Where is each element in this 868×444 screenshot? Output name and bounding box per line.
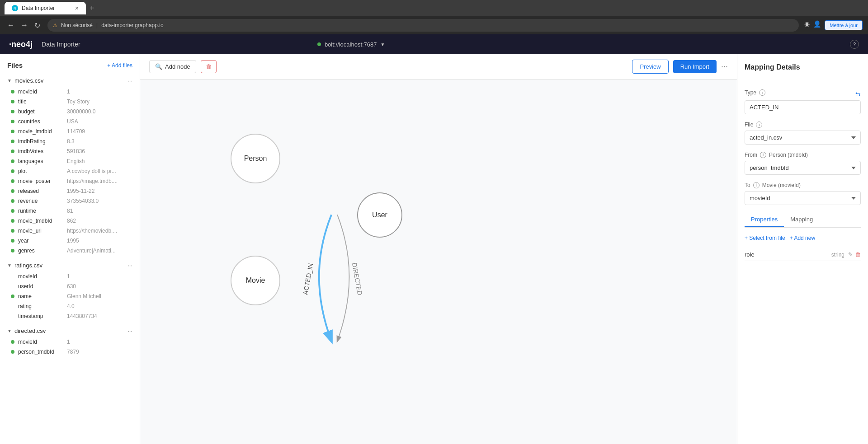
list-item: countries USA (0, 117, 140, 126)
field-value: 8.3 (67, 138, 75, 145)
list-item: timestamp 1443807734 (0, 311, 140, 321)
field-name: runtime (18, 208, 63, 214)
to-select[interactable]: movieId (745, 191, 861, 205)
list-item: movie_url https://themoviedb.... (0, 226, 140, 236)
directed-chevron-icon: ▼ (7, 328, 12, 333)
field-name: name (18, 293, 63, 299)
more-options-button[interactable]: ··· (721, 62, 728, 71)
to-row: To i Movie (movieId) movieId (745, 182, 861, 205)
forward-button[interactable]: → (19, 20, 30, 31)
field-dot (11, 90, 14, 93)
graph-edges-svg: ACTED_IN DIRECTED (140, 79, 737, 444)
directed-items: movieId 1 person_tmdbId 7879 (0, 337, 140, 357)
refresh-button[interactable]: ↻ (33, 20, 42, 31)
add-new-button[interactable]: + Add new (790, 235, 815, 241)
field-dot (11, 110, 14, 113)
toolbar-left: 🔍 Add node 🗑 (149, 60, 217, 73)
file-label-text: File (745, 122, 753, 128)
list-item: userId 630 (0, 281, 140, 291)
help-button[interactable]: ? (850, 40, 859, 49)
file-group-directed-header[interactable]: ▼ directed.csv ··· (0, 325, 140, 337)
type-label-text: Type (745, 89, 756, 96)
file-group-ratings-header[interactable]: ▼ ratings.csv ··· (0, 259, 140, 271)
add-node-button[interactable]: 🔍 Add node (149, 60, 196, 73)
movies-more-icon[interactable]: ··· (127, 77, 132, 84)
tab-close-button[interactable]: × (75, 5, 79, 12)
field-dot-empty (11, 314, 14, 318)
files-title: Files (7, 61, 23, 69)
from-info-icon[interactable]: i (760, 152, 766, 158)
main-layout: Files + Add files ▼ movies.csv ··· movie… (0, 54, 868, 444)
field-value: https://image.tmdb.... (67, 178, 118, 184)
add-files-button[interactable]: + Add files (107, 62, 132, 69)
field-name: timestamp (18, 313, 63, 319)
property-delete-button[interactable]: 🗑 (855, 251, 861, 258)
type-input[interactable] (745, 100, 861, 114)
field-dot-empty (11, 275, 14, 278)
file-section-directed: ▼ directed.csv ··· movieId 1 person_tmdb… (0, 325, 140, 357)
app-title: Data Importer (42, 41, 80, 48)
connection-indicator[interactable]: bolt://localhost:7687 ▼ (317, 41, 385, 48)
field-name: languages (18, 158, 63, 164)
back-button[interactable]: ← (5, 20, 16, 31)
swap-icon[interactable]: ⇆ (855, 90, 861, 98)
address-bar[interactable]: ⚠ Non sécurisé | data-importer.graphapp.… (47, 19, 799, 32)
field-name: title (18, 98, 63, 105)
list-item: movieId 1 (0, 271, 140, 281)
file-section-movies: ▼ movies.csv ··· movieId 1 title Toy Sto… (0, 75, 140, 256)
field-value: USA (67, 118, 78, 125)
profile-icon[interactable]: 👤 (813, 20, 821, 30)
list-item: revenue 373554033.0 (0, 196, 140, 206)
file-label: File i (745, 122, 861, 128)
list-item: movieId 1 (0, 337, 140, 347)
preview-button[interactable]: Preview (632, 60, 668, 74)
field-dot (11, 179, 14, 183)
select-from-file-button[interactable]: + Select from file (745, 235, 785, 241)
list-item: rating 4.0 (0, 301, 140, 311)
neo4j-logo: ·neo4j (9, 40, 33, 49)
field-name: userId (18, 283, 63, 290)
graph-node-person[interactable]: Person (231, 134, 280, 183)
delete-button[interactable]: 🗑 (201, 60, 217, 73)
update-button[interactable]: Mettre à jour (825, 20, 863, 30)
graph-node-user[interactable]: User (357, 192, 402, 238)
file-group-movies-header[interactable]: ▼ movies.csv ··· (0, 75, 140, 87)
field-dot (11, 340, 14, 344)
type-info-icon[interactable]: i (759, 89, 765, 96)
field-value: 30000000.0 (67, 108, 95, 115)
from-node-label: Person (tmdbId) (769, 152, 808, 158)
svg-text:ACTED_IN: ACTED_IN (302, 262, 314, 295)
field-dot (11, 239, 14, 243)
graph-canvas: ACTED_IN DIRECTED Person Movie User (140, 79, 737, 444)
graph-node-movie[interactable]: Movie (231, 256, 280, 305)
directed-more-icon[interactable]: ··· (127, 327, 132, 334)
new-tab-button[interactable]: + (90, 4, 94, 13)
field-dot (11, 294, 14, 298)
list-item: languages English (0, 156, 140, 166)
extensions-icon[interactable]: ◉ (804, 20, 810, 30)
connection-chevron-icon: ▼ (381, 42, 385, 47)
from-select[interactable]: person_tmdbId (745, 161, 861, 175)
list-item: name Glenn Mitchell (0, 291, 140, 301)
ratings-more-icon[interactable]: ··· (127, 262, 132, 269)
list-item: genres Adventure|Animati... (0, 246, 140, 256)
run-import-button[interactable]: Run Import (673, 60, 717, 73)
browser-tab[interactable]: N Data Importer × (5, 2, 86, 14)
to-info-icon[interactable]: i (753, 182, 760, 188)
file-select[interactable]: acted_in.csv (745, 131, 861, 145)
list-item: movie_tmdbId 862 (0, 216, 140, 226)
tab-properties[interactable]: Properties (745, 212, 784, 227)
property-edit-button[interactable]: ✎ (848, 251, 853, 258)
field-name: plot (18, 168, 63, 174)
app-header: ·neo4j Data Importer bolt://localhost:76… (0, 34, 868, 54)
field-dot (11, 140, 14, 143)
file-info-icon[interactable]: i (756, 122, 762, 128)
list-item: imdbVotes 591836 (0, 146, 140, 156)
tab-mapping[interactable]: Mapping (784, 212, 819, 227)
field-value: 862 (67, 218, 76, 224)
property-name: role (745, 251, 831, 258)
field-dot (11, 189, 14, 193)
neo4j-tab-icon: N (12, 5, 18, 11)
security-label: Non sécurisé (61, 22, 93, 28)
list-item: budget 30000000.0 (0, 107, 140, 117)
